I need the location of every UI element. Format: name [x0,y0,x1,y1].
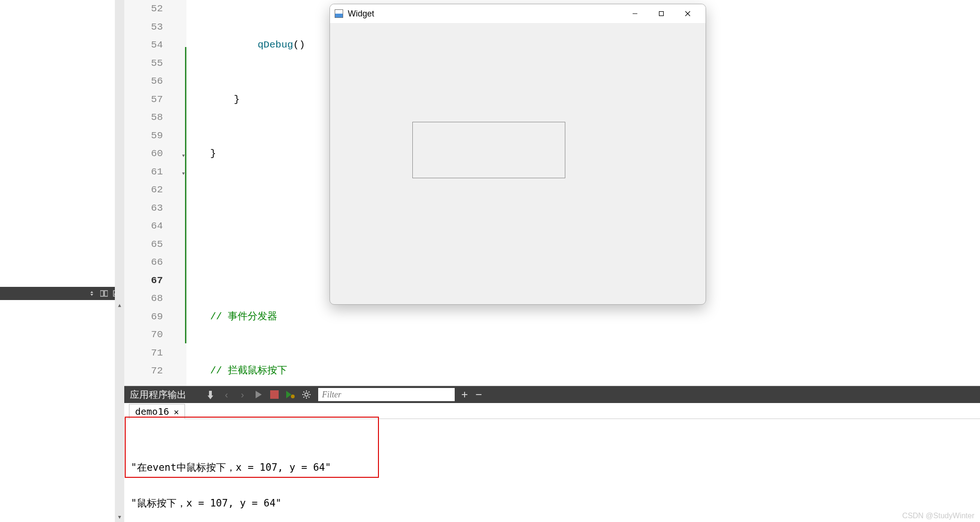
sort-icon[interactable] [88,289,96,298]
line-number: 62 [124,181,163,199]
output-tab-label: demo16 [135,406,169,417]
line-number: 59 [124,127,163,145]
scroll-up-icon[interactable]: ▲ [115,301,124,310]
line-number: 63 [124,199,163,218]
line-number: 70 [124,326,163,344]
split-view-icon[interactable] [100,289,108,298]
fold-column: ▾ ▾ [167,0,178,386]
line-number: 72 [124,362,163,380]
line-number: 61 [124,163,163,182]
fold-toggle-icon[interactable]: ▾ [178,147,185,154]
line-number: 66 [124,253,163,272]
line-number: 65 [124,236,163,254]
attach-icon[interactable] [205,389,216,400]
run-debug-icon[interactable] [285,389,296,400]
output-line: "在event中鼠标按下，x = 107, y = 64" [131,459,973,476]
svg-rect-1 [104,291,108,296]
maximize-button[interactable] [648,5,675,23]
remove-icon[interactable]: − [475,388,482,401]
output-toolbar: 应用程序输出 ‹ › + − [124,386,980,403]
gear-icon[interactable] [301,389,312,400]
app-icon [335,9,343,18]
titlebar[interactable]: Widget [330,4,706,23]
line-number: 57 [124,91,163,109]
line-number-current: 67 [124,272,163,290]
svg-line-12 [309,392,310,393]
output-tab[interactable]: demo16 ✕ [129,404,185,419]
nav-forward-icon[interactable]: › [237,389,248,400]
minimize-button[interactable] [622,5,648,23]
widget-client-area[interactable] [330,23,706,304]
svg-point-5 [305,393,308,396]
application-output-panel: 应用程序输出 ‹ › + − demo16 ✕ [124,386,980,522]
label-box[interactable] [412,122,565,178]
svg-line-11 [309,397,310,398]
widget-window[interactable]: Widget [329,4,706,305]
left-scrollbar[interactable]: ▲ ▼ [115,0,124,522]
line-number: 71 [124,344,163,363]
add-icon[interactable]: + [461,388,468,401]
line-number: 69 [124,308,163,326]
output-panel-label: 应用程序输出 [124,388,196,401]
line-number-gutter: 52 53 54 55 56 57 58 59 60 61 62 63 64 6… [124,0,186,386]
svg-rect-15 [659,12,664,16]
output-body[interactable]: "在event中鼠标按下，x = 107, y = 64" "鼠标按下，x = … [124,419,980,522]
nav-back-icon[interactable]: ‹ [221,389,232,400]
stop-icon[interactable] [269,389,280,400]
left-panel: ▲ ▼ [0,0,124,522]
code-comment: // 事件分发器 [186,311,277,322]
line-number: 56 [124,72,163,91]
fold-toggle-icon[interactable]: ▾ [178,165,185,172]
scroll-down-icon[interactable]: ▼ [115,513,124,522]
svg-line-10 [304,392,305,393]
line-number: 60 [124,145,163,163]
line-number: 64 [124,217,163,236]
filter-input[interactable] [318,388,455,401]
run-icon[interactable] [253,389,264,400]
line-number: 54 [124,36,163,55]
line-number: 52 [124,0,163,18]
svg-rect-0 [100,291,104,296]
watermark: CSDN @StudyWinter [902,512,974,520]
line-number: 58 [124,109,163,127]
svg-point-4 [291,395,295,398]
svg-line-13 [304,397,305,398]
output-tabs: demo16 ✕ [124,403,980,419]
line-number: 55 [124,55,163,73]
line-number: 53 [124,18,163,37]
output-line: "鼠标按下，x = 107, y = 64" [131,494,973,512]
close-button[interactable] [675,5,701,23]
code-comment: // 拦截鼠标按下 [186,365,287,376]
close-tab-icon[interactable]: ✕ [174,407,179,417]
line-number: 68 [124,290,163,308]
window-title: Widget [348,9,374,19]
panel-split-toolbar [0,287,124,300]
